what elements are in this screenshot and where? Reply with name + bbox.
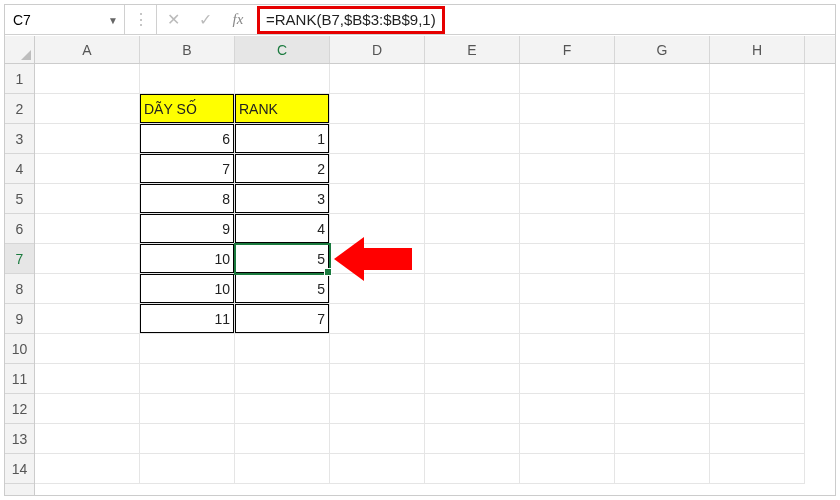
cell-H14[interactable] — [710, 454, 805, 484]
select-all-corner[interactable] — [5, 36, 35, 64]
col-header-G[interactable]: G — [615, 36, 710, 63]
cell-B3[interactable]: 6 — [140, 124, 235, 154]
cell-D1[interactable] — [330, 64, 425, 94]
cell-G7[interactable] — [615, 244, 710, 274]
cell-H3[interactable] — [710, 124, 805, 154]
cell-G10[interactable] — [615, 334, 710, 364]
cell-H13[interactable] — [710, 424, 805, 454]
cell-A4[interactable] — [35, 154, 140, 184]
cell-B8[interactable]: 10 — [140, 274, 235, 304]
cell-F4[interactable] — [520, 154, 615, 184]
row-header-6[interactable]: 6 — [5, 214, 34, 244]
chevron-down-icon[interactable]: ▼ — [108, 14, 118, 25]
row-header-12[interactable]: 12 — [5, 394, 34, 424]
cell-B11[interactable] — [140, 364, 235, 394]
col-header-C[interactable]: C — [235, 36, 330, 63]
cell-A1[interactable] — [35, 64, 140, 94]
cell-F9[interactable] — [520, 304, 615, 334]
cell-H5[interactable] — [710, 184, 805, 214]
cell-B7[interactable]: 10 — [140, 244, 235, 274]
cell-A2[interactable] — [35, 94, 140, 124]
cell-E1[interactable] — [425, 64, 520, 94]
formula-input[interactable]: =RANK(B7,$B$3:$B$9,1) — [255, 5, 835, 34]
cell-H8[interactable] — [710, 274, 805, 304]
cell-D13[interactable] — [330, 424, 425, 454]
cell-A8[interactable] — [35, 274, 140, 304]
col-header-B[interactable]: B — [140, 36, 235, 63]
cell-C8[interactable]: 5 — [235, 274, 330, 304]
cell-C12[interactable] — [235, 394, 330, 424]
cell-G5[interactable] — [615, 184, 710, 214]
cell-E7[interactable] — [425, 244, 520, 274]
cell-A10[interactable] — [35, 334, 140, 364]
cell-E6[interactable] — [425, 214, 520, 244]
cell-B9[interactable]: 11 — [140, 304, 235, 334]
row-header-7[interactable]: 7 — [5, 244, 34, 274]
cell-G11[interactable] — [615, 364, 710, 394]
cell-F5[interactable] — [520, 184, 615, 214]
cell-F6[interactable] — [520, 214, 615, 244]
cell-B10[interactable] — [140, 334, 235, 364]
cell-F12[interactable] — [520, 394, 615, 424]
cell-H2[interactable] — [710, 94, 805, 124]
cell-B2[interactable]: DÃY SỐ — [140, 94, 235, 124]
cell-G14[interactable] — [615, 454, 710, 484]
cell-D10[interactable] — [330, 334, 425, 364]
cell-D9[interactable] — [330, 304, 425, 334]
cell-E13[interactable] — [425, 424, 520, 454]
row-header-13[interactable]: 13 — [5, 424, 34, 454]
cell-B12[interactable] — [140, 394, 235, 424]
col-header-D[interactable]: D — [330, 36, 425, 63]
cell-H10[interactable] — [710, 334, 805, 364]
cell-F2[interactable] — [520, 94, 615, 124]
cell-G3[interactable] — [615, 124, 710, 154]
col-header-F[interactable]: F — [520, 36, 615, 63]
cell-C1[interactable] — [235, 64, 330, 94]
cell-A3[interactable] — [35, 124, 140, 154]
cell-F1[interactable] — [520, 64, 615, 94]
cell-A9[interactable] — [35, 304, 140, 334]
cell-C7[interactable]: 5 — [235, 244, 330, 274]
cell-E2[interactable] — [425, 94, 520, 124]
cell-F10[interactable] — [520, 334, 615, 364]
cell-B1[interactable] — [140, 64, 235, 94]
fx-icon[interactable]: fx — [221, 5, 255, 34]
cell-A6[interactable] — [35, 214, 140, 244]
cell-B13[interactable] — [140, 424, 235, 454]
cell-F14[interactable] — [520, 454, 615, 484]
cell-C6[interactable]: 4 — [235, 214, 330, 244]
cell-G2[interactable] — [615, 94, 710, 124]
cell-E8[interactable] — [425, 274, 520, 304]
cell-B4[interactable]: 7 — [140, 154, 235, 184]
cell-G9[interactable] — [615, 304, 710, 334]
cell-C9[interactable]: 7 — [235, 304, 330, 334]
row-header-3[interactable]: 3 — [5, 124, 34, 154]
cell-B6[interactable]: 9 — [140, 214, 235, 244]
row-header-8[interactable]: 8 — [5, 274, 34, 304]
cell-A13[interactable] — [35, 424, 140, 454]
cell-D12[interactable] — [330, 394, 425, 424]
cell-G13[interactable] — [615, 424, 710, 454]
cell-grid[interactable]: DÃY SỐRANK61728394105105117 — [35, 64, 835, 495]
cell-C3[interactable]: 1 — [235, 124, 330, 154]
cell-H1[interactable] — [710, 64, 805, 94]
cell-C11[interactable] — [235, 364, 330, 394]
cell-A12[interactable] — [35, 394, 140, 424]
cell-F13[interactable] — [520, 424, 615, 454]
cell-A14[interactable] — [35, 454, 140, 484]
row-header-14[interactable]: 14 — [5, 454, 34, 484]
row-header-10[interactable]: 10 — [5, 334, 34, 364]
cell-C4[interactable]: 2 — [235, 154, 330, 184]
cell-C2[interactable]: RANK — [235, 94, 330, 124]
row-header-2[interactable]: 2 — [5, 94, 34, 124]
row-header-4[interactable]: 4 — [5, 154, 34, 184]
cell-F8[interactable] — [520, 274, 615, 304]
cell-E12[interactable] — [425, 394, 520, 424]
cell-B14[interactable] — [140, 454, 235, 484]
row-header-11[interactable]: 11 — [5, 364, 34, 394]
col-header-H[interactable]: H — [710, 36, 805, 63]
cell-A7[interactable] — [35, 244, 140, 274]
cell-H7[interactable] — [710, 244, 805, 274]
cell-H6[interactable] — [710, 214, 805, 244]
cell-H4[interactable] — [710, 154, 805, 184]
